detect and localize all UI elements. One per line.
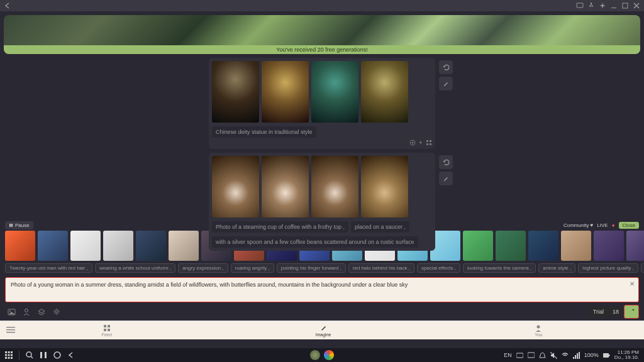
generated-image[interactable] <box>311 61 358 123</box>
notifications-icon[interactable] <box>539 352 546 359</box>
svg-rect-1 <box>611 8 616 8</box>
chat-icon[interactable] <box>576 2 584 9</box>
nav-feed[interactable]: Feed <box>102 324 112 337</box>
live-thumb[interactable] <box>594 231 624 261</box>
cast-icon[interactable] <box>528 352 535 359</box>
settings-button[interactable] <box>50 307 63 317</box>
live-thumb[interactable] <box>38 231 68 261</box>
user-input-button[interactable] <box>20 307 33 317</box>
maximize-icon[interactable] <box>621 2 629 9</box>
live-thumb[interactable] <box>136 231 166 261</box>
generation-caption[interactable]: Chinese deity statue in traditional styl… <box>212 126 316 138</box>
close-live-button[interactable]: Close <box>619 222 639 229</box>
expand-icon[interactable] <box>426 140 432 146</box>
prompt-tag[interactable]: red halo behind his back , <box>348 263 414 273</box>
live-thumb[interactable] <box>496 231 526 261</box>
live-thumb[interactable] <box>169 231 199 261</box>
live-thumb[interactable] <box>463 231 493 261</box>
search-icon[interactable] <box>26 351 33 359</box>
generated-image[interactable] <box>212 61 259 123</box>
svg-point-13 <box>25 309 28 312</box>
clear-prompt-button[interactable]: ✕ <box>630 280 635 287</box>
generated-image[interactable] <box>361 156 408 217</box>
svg-rect-0 <box>577 3 583 8</box>
regenerate-button[interactable] <box>439 155 453 169</box>
svg-rect-7 <box>426 143 428 145</box>
prompt-tag[interactable]: anime style , <box>538 263 575 273</box>
prompt-tag[interactable]: pointing his finger forward , <box>277 263 346 273</box>
clock[interactable]: 11:26 PM Do., 19.10. <box>614 350 639 360</box>
svg-rect-38 <box>573 357 574 359</box>
generation-caption[interactable]: placed on a saucer , <box>351 221 409 233</box>
nav-you[interactable]: You <box>535 324 542 337</box>
prompt-tag[interactable]: Twenty-year-old man with red hair , <box>5 263 92 273</box>
back-icon[interactable] <box>4 2 11 9</box>
edit-button[interactable] <box>439 77 453 90</box>
svg-rect-39 <box>575 355 576 359</box>
taskbar-app-icon[interactable] <box>324 350 334 360</box>
layers-button[interactable] <box>35 307 48 317</box>
apps-icon[interactable] <box>5 351 13 359</box>
prompt-tag[interactable]: special effects , <box>417 263 460 273</box>
nav-back-icon[interactable] <box>67 351 75 359</box>
image-input-button[interactable] <box>5 307 18 317</box>
svg-rect-33 <box>40 352 42 358</box>
generated-image[interactable] <box>212 156 259 217</box>
community-label[interactable]: Community ♥ <box>564 222 593 228</box>
generated-image[interactable] <box>262 61 309 123</box>
generated-image[interactable] <box>361 61 408 123</box>
nav-imagine[interactable]: Imagine <box>316 324 331 337</box>
minimize-icon[interactable] <box>610 2 618 9</box>
prompt-tag[interactable]: wearing a white school uniform , <box>95 263 175 273</box>
keyboard-icon[interactable] <box>516 352 523 359</box>
regenerate-button[interactable] <box>439 60 453 74</box>
prompt-tag[interactable]: angry expression , <box>178 263 228 273</box>
recents-icon[interactable] <box>40 351 47 359</box>
bolt-icon[interactable] <box>418 140 424 146</box>
generation-caption[interactable]: Photo of a steaming cup of coffee with a… <box>212 221 348 233</box>
prompt-tag[interactable]: roaring angrily , <box>231 263 274 273</box>
taskbar-app-icon[interactable] <box>310 350 320 360</box>
sparkle-icon[interactable] <box>599 2 606 9</box>
close-icon[interactable] <box>633 2 640 9</box>
generated-image[interactable] <box>262 156 309 217</box>
edit-button[interactable] <box>439 172 453 185</box>
live-thumb[interactable] <box>626 231 644 261</box>
signal-icon[interactable] <box>573 352 580 359</box>
svg-point-4 <box>412 142 414 144</box>
prompt-tags-row[interactable]: Twenty-year-old man with red hair , wear… <box>0 261 644 275</box>
live-thumb[interactable] <box>5 231 35 261</box>
home-icon[interactable] <box>53 351 61 359</box>
lang-indicator[interactable]: EN <box>504 352 512 358</box>
live-thumb[interactable] <box>561 231 591 261</box>
prompt-input[interactable]: Photo of a young woman in a summer dress… <box>5 277 639 302</box>
prompt-tag[interactable]: looking towards the camera , <box>463 263 536 273</box>
prompt-tag[interactable]: most exquisite de <box>641 263 644 273</box>
generate-button[interactable] <box>624 305 639 319</box>
live-thumb[interactable] <box>103 231 133 261</box>
battery-icon <box>603 352 610 359</box>
visibility-icon[interactable] <box>409 140 416 146</box>
svg-rect-30 <box>8 357 10 359</box>
battery-level: 100% <box>584 352 599 358</box>
live-indicator: LIVE <box>597 222 608 228</box>
pause-button[interactable]: Pause <box>5 221 33 229</box>
banner-strip-text: You've received 20 free generations! <box>4 45 640 54</box>
menu-button[interactable] <box>6 327 15 334</box>
wifi-icon[interactable] <box>562 352 569 359</box>
live-thumb[interactable] <box>528 231 558 261</box>
generation-set: Photo of a steaming cup of coffee with a… <box>209 153 435 251</box>
pin-icon[interactable] <box>587 2 595 9</box>
generation-caption[interactable]: with a silver spoon and a few coffee bea… <box>212 236 418 248</box>
svg-rect-27 <box>8 354 10 356</box>
promo-banner[interactable]: You've received 20 free generations! <box>4 15 640 54</box>
volume-icon[interactable] <box>550 352 557 359</box>
trial-badge: Trial <box>589 307 608 317</box>
svg-rect-26 <box>5 354 7 356</box>
live-thumb[interactable] <box>70 231 101 261</box>
svg-rect-41 <box>579 352 580 359</box>
svg-rect-20 <box>104 329 106 331</box>
prompt-tag[interactable]: highest picture quality , <box>578 263 638 273</box>
generated-image[interactable] <box>311 156 358 217</box>
system-taskbar: EN 100% 11:26 PM Do., 19.10. <box>0 348 644 362</box>
